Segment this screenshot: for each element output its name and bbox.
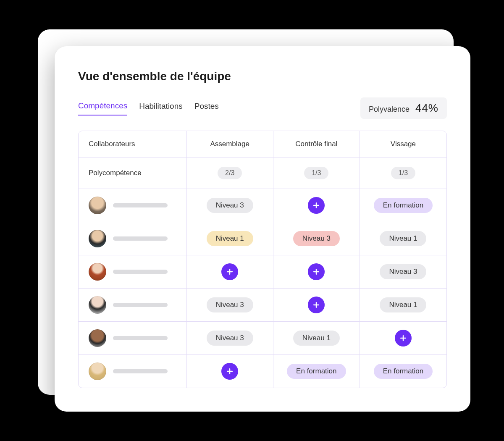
plus-icon xyxy=(226,367,234,375)
collaborator-cell xyxy=(79,289,187,321)
table-row: Niveau 3En formation xyxy=(79,189,446,222)
skill-cell xyxy=(273,189,360,222)
skill-cell xyxy=(187,255,273,288)
col-header-controle-final: Contrôle final xyxy=(273,131,360,157)
plus-icon xyxy=(312,201,320,210)
tab-postes[interactable]: Postes xyxy=(194,102,219,115)
skill-cell: Niveau 3 xyxy=(273,222,360,255)
skill-cell xyxy=(273,255,360,288)
collaborator xyxy=(89,362,168,380)
level-badge: Niveau 1 xyxy=(380,297,426,312)
table-row: Niveau 3 xyxy=(79,255,446,289)
col-header-assemblage: Assemblage xyxy=(187,131,273,157)
table-row: Niveau 3Niveau 1 xyxy=(79,289,446,322)
collaborator-cell xyxy=(79,189,187,222)
col-header-collaborateurs: Collaborateurs xyxy=(79,131,187,157)
level-badge: Niveau 3 xyxy=(380,264,426,279)
main-card: Vue d'ensemble de l'équipe Compétences H… xyxy=(55,46,470,412)
tab-row: Compétences Habilitations Postes Polyval… xyxy=(78,97,447,119)
ratio-badge: 1/3 xyxy=(391,167,415,179)
name-placeholder xyxy=(113,336,168,340)
level-badge: En formation xyxy=(374,364,433,379)
skill-cell: Niveau 3 xyxy=(187,322,273,354)
skill-cell xyxy=(360,322,446,354)
polyvalence-badge: Polyvalence 44% xyxy=(360,97,447,119)
level-badge: Niveau 3 xyxy=(207,331,253,346)
polycompetence-assemblage: 2/3 xyxy=(187,158,273,189)
level-badge: Niveau 1 xyxy=(293,331,340,346)
collaborator-cell xyxy=(79,355,187,388)
plus-icon xyxy=(312,301,320,309)
ratio-badge: 1/3 xyxy=(304,167,328,179)
ratio-badge: 2/3 xyxy=(218,167,242,179)
avatar xyxy=(89,197,106,214)
plus-icon xyxy=(226,268,234,276)
collaborator xyxy=(89,263,168,281)
collaborator-cell xyxy=(79,222,187,255)
name-placeholder xyxy=(113,203,168,207)
level-badge: Niveau 3 xyxy=(207,198,253,213)
avatar xyxy=(89,362,106,380)
add-skill-button[interactable] xyxy=(221,363,238,380)
polycompetence-label: Polycompétence xyxy=(89,169,142,177)
level-badge: Niveau 1 xyxy=(207,231,253,246)
avatar xyxy=(89,296,106,314)
name-placeholder xyxy=(113,270,168,274)
skill-cell: Niveau 3 xyxy=(187,189,273,222)
level-badge: Niveau 3 xyxy=(293,231,340,246)
name-placeholder xyxy=(113,369,168,373)
skills-matrix: Collaborateurs Assemblage Contrôle final… xyxy=(78,131,447,388)
polyvalence-label: Polyvalence xyxy=(369,105,410,114)
collaborator-cell xyxy=(79,255,187,288)
polycompetence-row: Polycompétence 2/3 1/3 1/3 xyxy=(79,158,446,189)
level-badge: En formation xyxy=(374,198,433,213)
skill-cell: Niveau 1 xyxy=(360,222,446,255)
avatar xyxy=(89,230,106,247)
polycompetence-vissage: 1/3 xyxy=(360,158,446,189)
add-skill-button[interactable] xyxy=(308,197,325,214)
skill-cell: En formation xyxy=(360,189,446,222)
skill-cell: Niveau 3 xyxy=(360,255,446,288)
level-badge: Niveau 1 xyxy=(380,231,426,246)
name-placeholder xyxy=(113,236,168,241)
table-row: Niveau 3Niveau 1 xyxy=(79,322,446,355)
polycompetence-controle-final: 1/3 xyxy=(273,158,360,189)
col-header-vissage: Vissage xyxy=(360,131,446,157)
skill-cell: Niveau 1 xyxy=(360,289,446,321)
add-skill-button[interactable] xyxy=(308,297,325,313)
level-badge: En formation xyxy=(287,364,346,379)
avatar xyxy=(89,263,106,281)
collaborator xyxy=(89,230,168,247)
skill-cell xyxy=(273,289,360,321)
add-skill-button[interactable] xyxy=(308,263,325,280)
collaborator xyxy=(89,296,168,314)
skill-cell: En formation xyxy=(273,355,360,388)
header-row: Collaborateurs Assemblage Contrôle final… xyxy=(79,131,446,158)
plus-icon xyxy=(399,334,407,342)
skill-cell: Niveau 1 xyxy=(187,222,273,255)
skill-cell xyxy=(187,355,273,388)
table-row: Niveau 1Niveau 3Niveau 1 xyxy=(79,222,446,255)
collaborator xyxy=(89,197,168,214)
name-placeholder xyxy=(113,303,168,307)
tab-competences[interactable]: Compétences xyxy=(78,101,127,116)
skill-cell: Niveau 3 xyxy=(187,289,273,321)
level-badge: Niveau 3 xyxy=(207,297,253,312)
tab-habilitations[interactable]: Habilitations xyxy=(139,102,183,115)
page-title: Vue d'ensemble de l'équipe xyxy=(78,70,447,83)
polyvalence-value: 44% xyxy=(415,102,438,115)
collaborator-cell xyxy=(79,322,187,354)
add-skill-button[interactable] xyxy=(221,263,238,280)
plus-icon xyxy=(312,268,320,276)
polycompetence-label-cell: Polycompétence xyxy=(79,158,187,189)
skill-cell: En formation xyxy=(360,355,446,388)
skill-cell: Niveau 1 xyxy=(273,322,360,354)
avatar xyxy=(89,329,106,347)
table-row: En formationEn formation xyxy=(79,355,446,388)
collaborator xyxy=(89,329,168,347)
add-skill-button[interactable] xyxy=(395,330,412,346)
